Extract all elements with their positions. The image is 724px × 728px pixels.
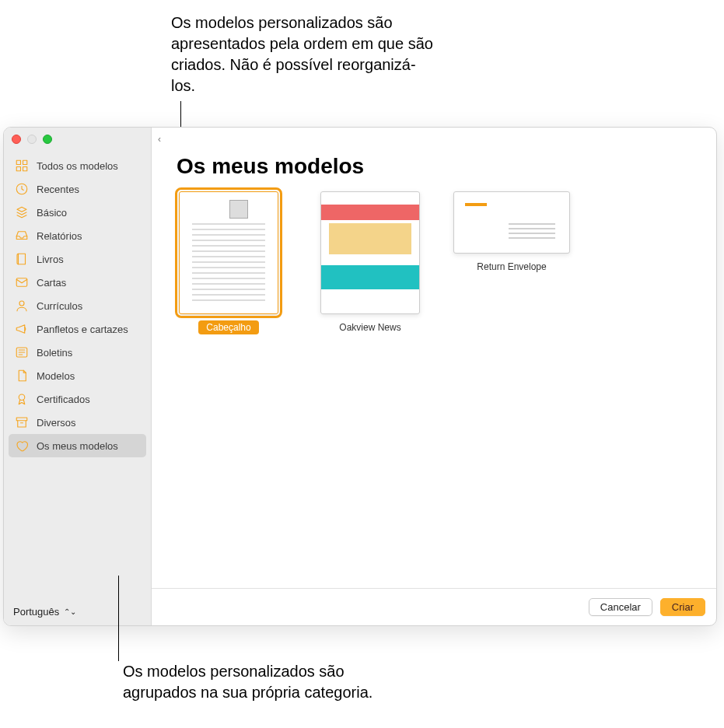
svg-rect-1: [23, 160, 27, 164]
template-thumbnail: [453, 191, 570, 254]
svg-rect-5: [16, 278, 27, 287]
svg-rect-3: [23, 167, 27, 171]
svg-rect-9: [16, 418, 27, 421]
sidebar-item-panfletos-e-cartazes[interactable]: Panfletos e cartazes: [9, 317, 146, 341]
template-label: Cabeçalho: [198, 320, 258, 334]
sidebar-item-livros[interactable]: Livros: [9, 247, 146, 271]
sidebar-item-label: Todos os modelos: [37, 160, 118, 172]
sidebar-item-label: Currículos: [37, 300, 82, 312]
callout-bottom-leader: [118, 576, 119, 661]
sidebar-item-label: Livros: [37, 254, 64, 265]
svg-point-6: [19, 301, 24, 306]
template-thumbnail: [320, 191, 420, 314]
sidebar-item-label: Modelos: [37, 370, 75, 382]
archive-icon: [15, 415, 29, 429]
sidebar-item-diversos[interactable]: Diversos: [9, 411, 146, 434]
sidebar-item-modelos[interactable]: Modelos: [9, 364, 146, 387]
sidebar-item-label: Recentes: [37, 184, 79, 195]
sidebar-item-recentes[interactable]: Recentes: [9, 177, 146, 201]
collapse-sidebar-icon[interactable]: ‹: [158, 134, 161, 145]
sidebar: Todos os modelosRecentesBásicoRelatórios…: [4, 128, 152, 625]
news-icon: [15, 345, 29, 359]
svg-rect-2: [16, 167, 20, 171]
template-return-envelope[interactable]: Return Envelope: [453, 191, 570, 274]
cancel-button[interactable]: Cancelar: [589, 598, 652, 616]
book-icon: [15, 252, 29, 266]
grid-icon: [15, 159, 29, 173]
language-selector[interactable]: Português ⌃⌄: [4, 598, 151, 625]
template-gallery: CabeçalhoOakview NewsReturn Envelope: [152, 185, 716, 588]
chevron-updown-icon: ⌃⌄: [64, 607, 76, 616]
page-title: Os meus modelos: [152, 128, 716, 185]
sidebar-item-cartas[interactable]: Cartas: [9, 271, 146, 294]
sidebar-item-label: Panfletos e cartazes: [37, 324, 128, 335]
titlebar: [4, 128, 151, 151]
mail-icon: [15, 275, 29, 289]
sidebar-item-básico[interactable]: Básico: [9, 201, 146, 224]
bottom-bar: Cancelar Criar: [152, 588, 716, 625]
create-button[interactable]: Criar: [660, 598, 705, 616]
clock-icon: [15, 182, 29, 196]
main-area: ‹ Os meus modelos CabeçalhoOakview NewsR…: [152, 128, 716, 625]
sidebar-item-certificados[interactable]: Certificados: [9, 387, 146, 411]
sidebar-item-relatórios[interactable]: Relatórios: [9, 224, 146, 247]
language-label: Português: [13, 606, 59, 618]
sidebar-item-currículos[interactable]: Currículos: [9, 294, 146, 317]
sidebar-item-label: Relatórios: [37, 230, 82, 242]
sidebar-item-label: Diversos: [37, 417, 76, 429]
template-label: Return Envelope: [469, 260, 554, 274]
template-chooser-window: Todos os modelosRecentesBásicoRelatórios…: [3, 127, 717, 626]
zoom-icon[interactable]: [43, 135, 52, 144]
sidebar-item-label: Cartas: [37, 277, 66, 289]
ribbon-icon: [15, 392, 29, 406]
callout-top-text: Os modelos personalizados são apresentad…: [171, 12, 435, 96]
heart-icon: [15, 439, 29, 453]
template-label: Oakview News: [331, 320, 408, 334]
category-list: Todos os modelosRecentesBásicoRelatórios…: [4, 151, 151, 598]
sidebar-item-label: Boletins: [37, 347, 72, 359]
template-cabeçalho[interactable]: Cabeçalho: [170, 191, 287, 334]
sidebar-item-label: Os meus modelos: [37, 440, 118, 452]
template-thumbnail: [179, 191, 278, 314]
template-oakview-news[interactable]: Oakview News: [312, 191, 428, 334]
sidebar-item-boletins[interactable]: Boletins: [9, 341, 146, 364]
megaphone-icon: [15, 322, 29, 336]
sidebar-item-todos-os-modelos[interactable]: Todos os modelos: [9, 154, 146, 177]
callout-bottom-text: Os modelos personalizados são agrupados …: [123, 661, 387, 703]
minimize-icon[interactable]: [27, 135, 37, 144]
sidebar-item-label: Básico: [37, 207, 67, 219]
inbox-icon: [15, 229, 29, 243]
sidebar-item-label: Certificados: [37, 394, 90, 405]
doc-icon: [15, 369, 29, 383]
sidebar-item-os-meus-modelos[interactable]: Os meus modelos: [9, 434, 146, 457]
close-icon[interactable]: [12, 135, 21, 144]
svg-rect-0: [16, 160, 20, 164]
person-icon: [15, 299, 29, 313]
stack-icon: [15, 205, 29, 219]
